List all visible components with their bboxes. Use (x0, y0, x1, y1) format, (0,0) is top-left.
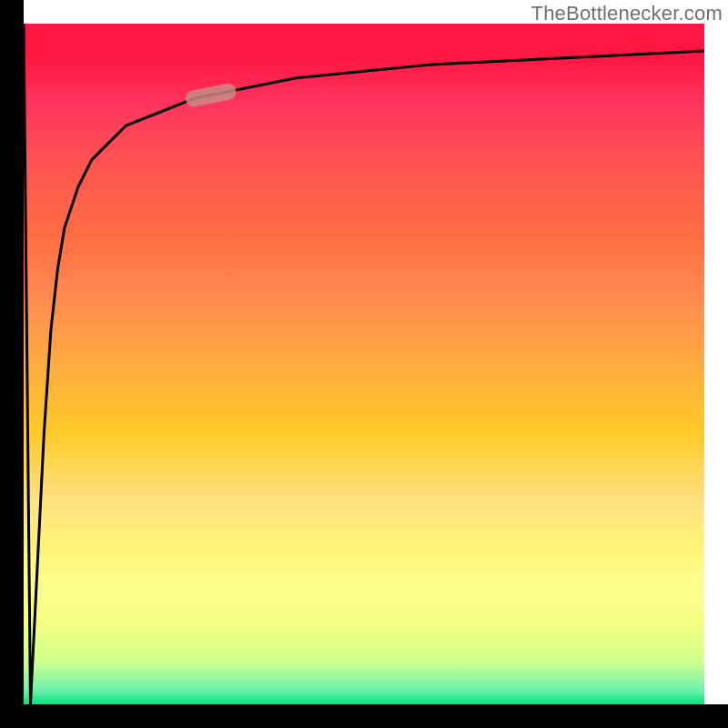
plot-gradient-background (24, 24, 704, 704)
watermark-text: TheBottlenecker.com (531, 2, 723, 25)
chart-container: TheBottlenecker.com (0, 0, 728, 728)
x-axis (0, 704, 728, 728)
y-axis (0, 0, 24, 728)
